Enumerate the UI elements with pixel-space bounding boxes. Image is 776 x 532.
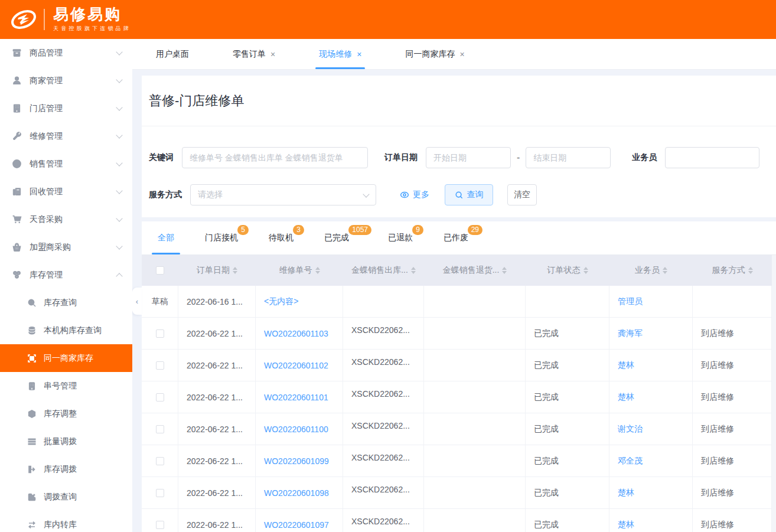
cell-status: 已完成	[526, 318, 609, 349]
tab-onsite-repair[interactable]: 现场维修 ×	[319, 39, 361, 69]
sidebar-subitem-label: 批量调拨	[44, 436, 77, 447]
search-icon	[455, 191, 464, 200]
status-tab-refunded[interactable]: 已退款 9	[387, 221, 414, 254]
sidebar-subitem-stock-query[interactable]: 库存查询	[0, 289, 132, 316]
count-badge: 5	[237, 225, 249, 235]
status-tab-awaiting-pickup[interactable]: 待取机 3	[268, 221, 295, 254]
cell-salesperson-link[interactable]: 邓全茂	[609, 445, 693, 476]
merchant-user-icon	[12, 76, 22, 86]
cell-service: 到店维修	[693, 445, 772, 476]
sort-caret-icon[interactable]	[233, 267, 237, 274]
cell-salesperson-link[interactable]: 谢文治	[609, 413, 693, 445]
sidebar-subitem-batch-transfer[interactable]: 批量调拨	[0, 427, 132, 455]
cell-status: 已完成	[526, 509, 609, 532]
sidebar-item-store[interactable]: 门店管理	[0, 94, 132, 122]
row-checkbox[interactable]	[156, 329, 164, 338]
table-row: 2022-06-22 1... WO20220601099 XSCKD22062…	[142, 445, 776, 477]
cell-repair-no-link[interactable]: WO20220601099	[256, 445, 343, 476]
table-scrollbar-track[interactable]	[772, 255, 776, 532]
sort-caret-icon[interactable]	[315, 267, 320, 274]
col-kingdee-outbound[interactable]: 金蝶销售出库...	[343, 255, 424, 286]
sidebar-subitem-org-stock-query[interactable]: 本机构库存查询	[0, 316, 132, 344]
export-icon	[27, 465, 37, 474]
close-icon[interactable]: ×	[357, 50, 361, 59]
tab-same-merchant-stock[interactable]: 同一商家库存 ×	[405, 39, 464, 69]
sidebar-collapse-handle[interactable]: ‹	[132, 288, 142, 315]
row-checkbox[interactable]	[156, 361, 164, 370]
col-salesperson[interactable]: 业务员	[609, 255, 693, 286]
row-checkbox[interactable]	[156, 393, 164, 402]
status-tab-all[interactable]: 全部	[156, 221, 175, 254]
cell-repair-no-link[interactable]: WO20220601103	[256, 318, 343, 349]
sidebar-subitem-stock-transfer[interactable]: 库存调拨	[0, 455, 132, 483]
end-date-input[interactable]	[526, 147, 611, 168]
close-icon[interactable]: ×	[459, 50, 464, 59]
sidebar-item-tianyin-purchase[interactable]: 天音采购	[0, 205, 132, 233]
col-order-date[interactable]: 订单日期	[178, 255, 256, 286]
row-checkbox[interactable]	[156, 489, 164, 497]
cube-icon	[27, 409, 37, 419]
cell-repair-no-link[interactable]: WO20220601101	[256, 381, 343, 413]
sort-caret-icon[interactable]	[583, 267, 588, 274]
service-mode-select[interactable]: 请选择	[190, 184, 376, 205]
sidebar-subitem-transfer-query[interactable]: 调拨查询	[0, 483, 132, 511]
sidebar-item-franchise-purchase[interactable]: 加盟商采购	[0, 233, 132, 261]
cell-repair-no-link[interactable]: <无内容>	[256, 286, 343, 317]
status-tab-completed[interactable]: 已完成 1057	[323, 221, 350, 254]
keyword-input[interactable]	[182, 147, 368, 168]
cell-salesperson-link[interactable]: 楚林	[609, 477, 693, 508]
sidebar-item-merchant[interactable]: 商家管理	[0, 67, 132, 94]
cell-order-date: 2022-06-22 1...	[178, 509, 256, 532]
sidebar-subitem-warehouse-transfer[interactable]: 库内转库	[0, 511, 132, 532]
chevron-up-icon	[116, 273, 122, 279]
sidebar-item-inventory[interactable]: 库存管理	[0, 261, 132, 289]
cell-salesperson-link[interactable]: 管理员	[609, 286, 693, 317]
tab-user-desktop[interactable]: 用户桌面	[156, 39, 189, 69]
clear-button[interactable]: 清空	[507, 184, 537, 205]
sidebar-subitem-serial-mgmt[interactable]: 串号管理	[0, 372, 132, 400]
sidebar-subitem-stock-adjust[interactable]: 库存调整	[0, 400, 132, 427]
cell-order-date: 2022-06-16 1...	[178, 286, 256, 317]
sort-caret-icon[interactable]	[663, 267, 667, 274]
cell-repair-no-link[interactable]: WO20220601097	[256, 509, 343, 532]
status-tab-store-received[interactable]: 门店接机 5	[204, 221, 239, 254]
sort-caret-icon[interactable]	[411, 267, 416, 274]
sidebar-item-sales[interactable]: 销售管理	[0, 150, 132, 178]
row-checkbox[interactable]	[156, 457, 164, 465]
search-button[interactable]: 查询	[445, 184, 493, 205]
cell-repair-no-link[interactable]: WO20220601098	[256, 477, 343, 508]
sidebar-item-repair[interactable]: 维修管理	[0, 122, 132, 150]
row-checkbox[interactable]	[156, 521, 164, 529]
table-row: 2022-06-22 1... WO20220601100 XSCKD22062…	[142, 413, 776, 445]
select-all-checkbox[interactable]	[156, 266, 164, 275]
close-icon[interactable]: ×	[270, 50, 275, 59]
sidebar-item-recycle[interactable]: 回收管理	[0, 178, 132, 205]
more-filters-link[interactable]: 更多	[400, 190, 429, 200]
start-date-input[interactable]	[426, 147, 511, 168]
status-tab-label: 已完成	[324, 233, 349, 243]
cell-repair-no-link[interactable]: WO20220601102	[256, 350, 343, 381]
chevron-down-icon	[116, 215, 122, 221]
cell-repair-no-link[interactable]: WO20220601100	[256, 413, 343, 445]
cell-service: 到店维修	[693, 413, 772, 445]
salesperson-input[interactable]	[665, 147, 759, 168]
sort-caret-icon[interactable]	[502, 267, 507, 274]
col-order-status[interactable]: 订单状态	[526, 255, 609, 286]
cell-status	[526, 286, 609, 317]
col-repair-no[interactable]: 维修单号	[256, 255, 343, 286]
cell-salesperson-link[interactable]: 楚林	[609, 509, 693, 532]
row-checkbox[interactable]	[156, 425, 164, 433]
cell-status: 已完成	[526, 477, 609, 508]
tab-retail-orders[interactable]: 零售订单 ×	[233, 39, 275, 69]
sidebar-subitem-same-merchant-stock[interactable]: 同一商家库存	[0, 344, 132, 372]
status-tab-voided[interactable]: 已作废 29	[442, 221, 469, 254]
sort-caret-icon[interactable]	[748, 267, 753, 274]
filter-row-1: 关键词 订单日期 - 业务员	[149, 147, 776, 168]
cell-salesperson-link[interactable]: 楚林	[609, 381, 693, 413]
cell-salesperson-link[interactable]: 楚林	[609, 350, 693, 381]
sidebar-item-goods[interactable]: 商品管理	[0, 39, 132, 67]
cell-salesperson-link[interactable]: 龚海军	[609, 318, 693, 349]
col-kingdee-refund[interactable]: 金蝶销售退货...	[424, 255, 526, 286]
col-service-mode[interactable]: 服务方式	[693, 255, 772, 286]
date-range-separator: -	[517, 152, 520, 163]
